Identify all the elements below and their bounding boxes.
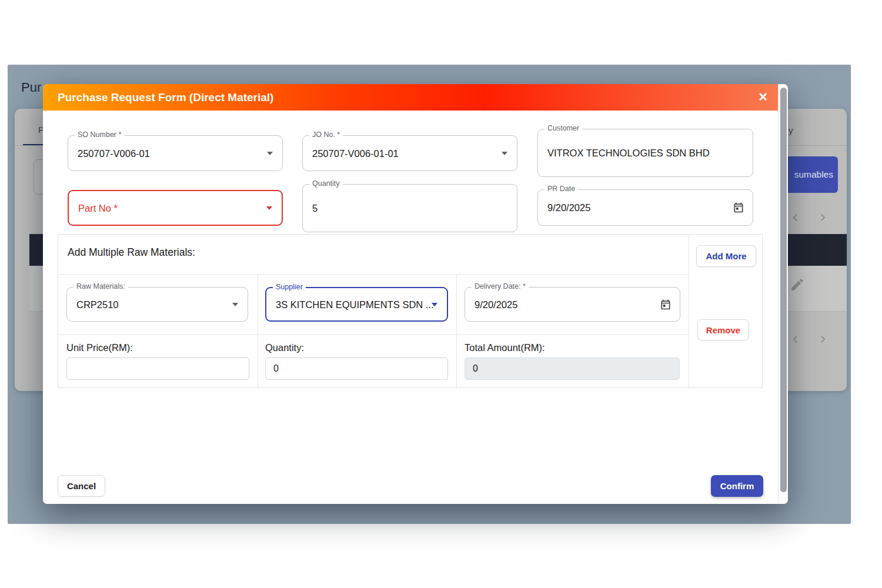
unit-price-input[interactable] — [66, 358, 249, 380]
pr-date-field[interactable]: PR Date 9/20/2025 — [537, 189, 753, 226]
raw-material-value: CRP2510 — [76, 299, 119, 310]
chevron-down-icon — [267, 152, 273, 155]
purchase-request-modal: Purchase Request Form (Direct Material) … — [43, 84, 788, 504]
remove-button[interactable]: Remove — [697, 319, 749, 340]
jo-no-value: 250707-V006-01-01 — [312, 148, 399, 159]
chevron-down-icon — [432, 303, 437, 306]
chevron-right-icon[interactable] — [816, 333, 829, 346]
part-no-select[interactable]: Part No * — [68, 190, 283, 226]
customer-field[interactable]: Customer VITROX TECHNOLOGIES SDN BHD — [537, 129, 753, 177]
grid-divider — [58, 274, 689, 275]
calendar-icon[interactable] — [660, 299, 671, 310]
chevron-right-icon[interactable] — [816, 211, 829, 224]
close-icon[interactable]: ✕ — [758, 84, 768, 111]
chevron-left-icon[interactable] — [789, 211, 802, 224]
modal-scrollbar[interactable] — [778, 84, 788, 504]
pr-date-value: 9/20/2025 — [547, 202, 590, 213]
cancel-button[interactable]: Cancel — [58, 475, 105, 497]
delivery-date-field[interactable]: Delivery Date: * 9/20/2025 — [465, 287, 680, 322]
add-more-button[interactable]: Add More — [696, 245, 756, 267]
unit-price-label: Unit Price(RM): — [66, 342, 133, 353]
background-tab-right[interactable]: y — [789, 125, 793, 136]
part-no-placeholder: Part No * — [78, 202, 118, 213]
customer-value: VITROX TECHNOLOGIES SDN BHD — [547, 148, 710, 159]
supplier-label: Supplier — [273, 283, 306, 291]
total-amount-input: 0 — [465, 358, 680, 380]
modal-title: Purchase Request Form (Direct Material) — [58, 84, 273, 111]
so-number-value: 250707-V006-01 — [78, 148, 150, 159]
modal-header: Purchase Request Form (Direct Material) … — [43, 84, 778, 111]
row-quantity-label: Quantity: — [265, 342, 304, 353]
quantity-label: Quantity — [309, 179, 343, 188]
total-amount-label: Total Amount(RM): — [465, 342, 545, 353]
customer-label: Customer — [544, 124, 582, 132]
page-title: Pur — [21, 80, 41, 95]
raw-material-select[interactable]: Raw Materials: CRP2510 — [66, 287, 248, 322]
edit-pencil-icon[interactable] — [790, 277, 805, 292]
raw-materials-section-title: Add Multiple Raw Materials: — [68, 246, 195, 259]
grid-divider — [58, 335, 689, 335]
supplier-select[interactable]: Supplier 3S KITCHEN EQUIPMENTS SDN ... — [265, 287, 448, 322]
confirm-button[interactable]: Confirm — [711, 475, 763, 497]
quantity-field[interactable]: Quantity 5 — [302, 184, 517, 232]
supplier-value: 3S KITCHEN EQUIPMENTS SDN ... — [276, 299, 434, 310]
chevron-down-icon — [266, 206, 272, 210]
grid-divider — [689, 235, 689, 387]
row-quantity-input[interactable]: 0 — [265, 358, 448, 380]
chevron-down-icon — [502, 152, 507, 155]
pr-date-label: PR Date — [544, 185, 578, 193]
delivery-date-label: Delivery Date: * — [472, 282, 529, 290]
chevron-down-icon — [232, 303, 238, 306]
scrollbar-thumb[interactable] — [780, 88, 787, 492]
quantity-value: 5 — [312, 203, 318, 214]
raw-materials-section: Add Multiple Raw Materials: Add More Raw… — [58, 234, 763, 388]
chevron-left-icon[interactable] — [789, 333, 802, 346]
grid-divider — [258, 274, 258, 387]
grid-divider — [456, 274, 457, 387]
so-number-select[interactable]: SO Number * 250707-V006-01 — [68, 135, 283, 171]
jo-no-select[interactable]: JO No. * 250707-V006-01-01 — [302, 135, 517, 171]
calendar-icon[interactable] — [733, 202, 744, 213]
delivery-date-value: 9/20/2025 — [475, 299, 517, 310]
raw-material-label: Raw Materials: — [74, 282, 128, 290]
so-number-label: SO Number * — [75, 131, 124, 139]
jo-no-label: JO No. * — [309, 131, 343, 139]
